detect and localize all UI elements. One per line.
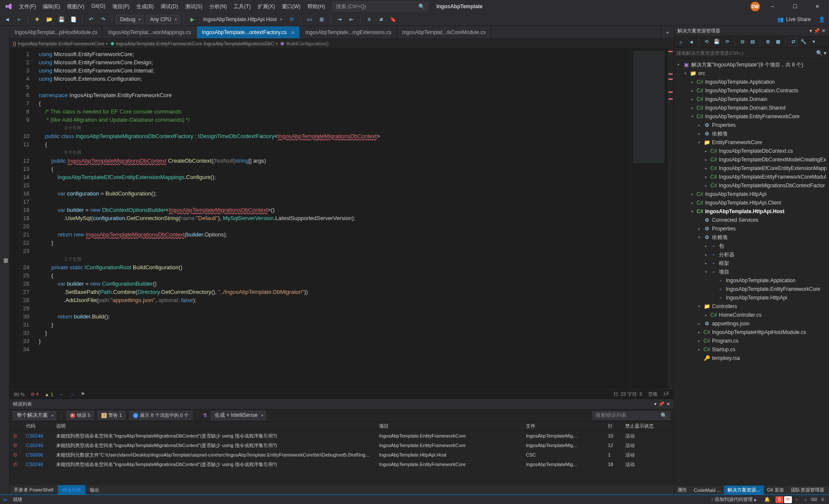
undo-icon[interactable]: ↶ — [86, 15, 96, 24]
error-row[interactable]: ⊘CS0006未能找到元数据文件"C:\Users\danvi\Desktop\… — [9, 450, 674, 460]
menu-item[interactable]: 窗口(W) — [278, 1, 304, 12]
tree-item[interactable]: ▸C#IngosAbpTemplate.Application.Contract… — [674, 86, 829, 95]
liveshare-button[interactable]: 👥 Live Share — [774, 16, 814, 22]
wrench-icon[interactable]: 🔧 — [799, 38, 808, 46]
bottom-tab[interactable]: 输出 — [85, 485, 104, 495]
messages-filter[interactable]: i展示 8 个消息中的 0 个 — [129, 411, 192, 420]
solution-root[interactable]: ▾▣ 解决方案"IngosAbpTemplate"(8 个项目，共 8 个) — [674, 60, 829, 69]
menu-item[interactable]: 帮助(H) — [304, 1, 329, 12]
tree-item[interactable]: ▫IngosAbpTemplate.HttpApi — [674, 293, 829, 302]
tree-item[interactable]: ▾C#IngosAbpTemplate.EntityFrameworkCore — [674, 112, 829, 121]
step-icon[interactable]: ⇥ — [335, 15, 344, 24]
zoom-level[interactable]: 90 % — [14, 392, 25, 397]
minimap[interactable] — [630, 48, 674, 389]
menu-item[interactable]: 工具(T) — [230, 1, 254, 12]
expand-icon[interactable]: ▸ — [696, 347, 702, 352]
tree-item[interactable]: ▸C#Startup.cs — [674, 345, 829, 354]
panel-menu-icon[interactable]: ▾ — [654, 401, 657, 407]
tree-item[interactable]: ▸C#Program.cs — [674, 337, 829, 345]
expand-icon[interactable]: ▸ — [703, 252, 709, 257]
tree-item[interactable]: ▸C#IngosAbpTemplateDbContextModelCreatin… — [674, 155, 829, 164]
warning-count[interactable]: ▲ 1 — [44, 392, 53, 397]
tree-item[interactable]: ▸C#IngosAbpTemplate.HttpApi.Client — [674, 198, 829, 207]
close-button[interactable]: ✕ — [807, 0, 827, 13]
build-filter[interactable]: 生成 + IntelliSense — [211, 411, 266, 420]
tree-item[interactable]: 🔑tempkey.rsa — [674, 354, 829, 362]
scope-combo[interactable]: 整个解决方案 — [13, 411, 56, 420]
expand-icon[interactable]: ▸ — [703, 244, 709, 248]
filter-toggle-icon[interactable]: ⚗ — [203, 413, 207, 419]
expand-icon[interactable]: ▸ — [703, 149, 709, 153]
tree-item[interactable]: ▸C#IngosAbpTemplate.Application — [674, 78, 829, 86]
sync-icon[interactable]: ⟲ — [702, 38, 711, 46]
refresh-icon[interactable]: ⟳ — [287, 15, 297, 24]
expand-icon[interactable]: ▾ — [690, 114, 695, 119]
expand-icon[interactable]: ▸ — [703, 183, 709, 188]
bottom-tab[interactable]: 开发者 PowerShell — [9, 485, 58, 495]
redo-icon[interactable]: ↷ — [98, 15, 108, 24]
refresh-icon[interactable]: ⟳ — [723, 38, 731, 46]
tree-item[interactable]: ▾📁EntityFrameworkCore — [674, 138, 829, 147]
expand-icon[interactable]: ▾ — [696, 235, 702, 239]
config-combo[interactable]: Debug — [116, 15, 143, 24]
nav-next-icon[interactable]: → — [70, 392, 75, 397]
source-control[interactable]: ↑ 添加到源代码管理 ▴ — [708, 496, 759, 503]
platform-combo[interactable]: Any CPU — [146, 15, 179, 24]
tree-item[interactable]: ▸⚙Properties — [674, 224, 829, 233]
back-icon[interactable]: ◄ — [3, 15, 12, 24]
save-icon[interactable]: 💾 — [712, 38, 721, 46]
expand-icon[interactable]: ▸ — [690, 88, 695, 93]
right-bottom-tab[interactable]: 解决方案资源... — [724, 485, 763, 495]
tree-item[interactable]: ▸C#IngosAbpTemplateEntityFrameworkCoreMo… — [674, 173, 829, 181]
error-row[interactable]: ⊘CS0246未能找到类型或命名空间名"IngosAbpTemplateMigr… — [9, 441, 674, 450]
uncomment-icon[interactable]: ≢ — [377, 15, 386, 24]
code-editor[interactable]: 123456789 1011 121314151617181920212223 … — [9, 48, 674, 389]
tree-item[interactable]: ▫IngosAbpTemplate.Application — [674, 276, 829, 285]
expand-icon[interactable]: ▸ — [696, 330, 702, 334]
tree-item[interactable]: ▸▫包 — [674, 242, 829, 250]
menu-item[interactable]: 测试(S) — [182, 1, 206, 12]
expand-icon[interactable]: ▾ — [683, 71, 688, 76]
expand-icon[interactable]: ▸ — [690, 80, 695, 84]
menu-item[interactable]: 扩展(X) — [254, 1, 278, 12]
expand-icon[interactable]: ▸ — [703, 166, 709, 170]
solution-search[interactable]: 🔍 ▾ — [674, 47, 829, 59]
save-icon[interactable]: 💾 — [57, 15, 66, 24]
panel-close-icon[interactable]: ✕ — [822, 28, 826, 34]
preview-icon[interactable]: ▦ — [774, 38, 782, 46]
error-row[interactable]: ⊘CS0246未能找到类型或命名空间名"IngosAbpTemplateMigr… — [9, 431, 674, 441]
group-icon[interactable]: ▾ — [810, 38, 818, 46]
menu-item[interactable]: 生成(B) — [133, 1, 157, 12]
right-bottom-tab[interactable]: CodeMaid ... — [690, 485, 724, 495]
tree-item[interactable]: ▸⚙Properties — [674, 121, 829, 129]
properties-icon[interactable]: ⊞ — [763, 38, 772, 46]
panel-menu-icon[interactable]: ▾ — [810, 28, 812, 34]
tree-item[interactable]: ▸⚙依赖项 — [674, 129, 829, 138]
document-tab[interactable]: IngosAbpTemplat...piHostModule.cs — [9, 26, 103, 38]
indent-mode[interactable]: 空格 — [648, 391, 658, 397]
tree-item[interactable]: ▸C#IngosAbpTemplate.HttpApi — [674, 190, 829, 198]
close-tab-icon[interactable]: ✕ — [291, 30, 294, 35]
expand-icon[interactable]: ▸ — [703, 313, 709, 317]
expand-icon[interactable]: ▸ — [703, 175, 709, 179]
document-tab[interactable]: IngosAbpTemplat...sionMappings.cs — [103, 26, 196, 38]
tree-item[interactable]: ▸C#IngosAbpTemplateMigrationsDbContextFa… — [674, 181, 829, 190]
document-tab[interactable]: IngosAbpTemplate...ingExtensions.cs — [300, 26, 397, 38]
tree-item[interactable]: ▸⚙appsettings.json — [674, 319, 829, 328]
tree-item[interactable]: ▾⚙依赖项 — [674, 233, 829, 242]
expand-icon[interactable]: ▸ — [696, 227, 702, 231]
tree-item[interactable]: ▸C#IngosAbpTemplate.Domain.Shared — [674, 104, 829, 112]
run-target[interactable]: IngosAbpTemplate.HttpApi.Host — [200, 15, 285, 24]
run-button[interactable]: ▶ — [188, 15, 197, 24]
expand-icon[interactable]: ▸ — [696, 339, 702, 343]
tree-item[interactable]: ▸C#IngosAbpTemplateDbContext.cs — [674, 147, 829, 155]
right-bottom-tab[interactable]: 团队资源管理器 — [788, 485, 828, 495]
menu-item[interactable]: 项目(P) — [109, 1, 133, 12]
document-tab[interactable]: IngosAbpTemplat...rkCoreModule.cs — [397, 26, 491, 38]
errors-filter[interactable]: ✕错误 5 — [66, 411, 94, 420]
expand-icon[interactable]: ▸ — [690, 106, 695, 110]
tree-item[interactable]: ▸C#HomeController.cs — [674, 311, 829, 319]
comment-icon[interactable]: ≡ — [364, 15, 374, 24]
warnings-filter[interactable]: !警告 1 — [98, 411, 126, 420]
nav-prev-icon[interactable]: ← — [59, 392, 64, 397]
